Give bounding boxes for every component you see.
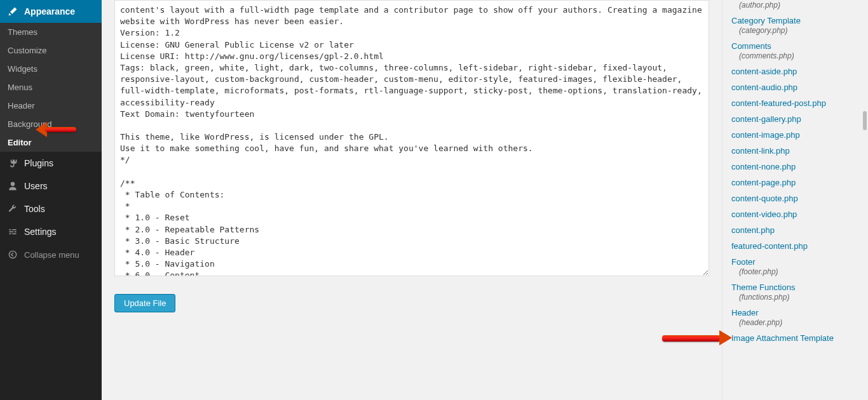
user-icon <box>6 180 19 192</box>
sliders-icon <box>6 225 19 238</box>
scrollbar-thumb[interactable] <box>863 111 867 130</box>
plug-icon <box>6 157 19 170</box>
sidebar-sub-header[interactable]: Header <box>0 97 102 115</box>
template-link[interactable]: Image Attachment Template <box>731 333 859 343</box>
brush-icon <box>6 5 19 18</box>
update-file-button[interactable]: Update File <box>114 294 175 312</box>
sidebar-label: Settings <box>24 227 57 237</box>
collapse-icon <box>6 248 19 261</box>
template-link[interactable]: content-link.php <box>731 146 859 156</box>
sidebar-appearance-label: Appearance <box>24 6 75 17</box>
template-item: (author.php) <box>731 1 859 10</box>
template-link[interactable]: content-gallery.php <box>731 114 859 124</box>
main-content: content's layout with a full-width page … <box>102 0 722 400</box>
sidebar-label: Plugins <box>24 158 53 168</box>
svg-point-0 <box>9 251 16 258</box>
collapse-menu[interactable]: Collapse menu <box>0 243 102 266</box>
sidebar-sub-widgets[interactable]: Widgets <box>0 60 102 78</box>
appearance-submenu: ThemesCustomizeWidgetsMenusHeaderBackgro… <box>0 23 102 152</box>
template-link[interactable]: content-none.php <box>731 162 859 171</box>
sidebar-plugins[interactable]: Plugins <box>0 152 102 175</box>
template-item: Comments(comments.php) <box>731 41 859 60</box>
template-filename: (comments.php) <box>731 51 859 60</box>
template-link[interactable]: content-featured-post.php <box>731 98 859 108</box>
template-link[interactable]: Header <box>731 308 859 317</box>
sidebar-label: Users <box>24 181 48 191</box>
template-filename: (category.php) <box>731 26 859 35</box>
template-link[interactable]: Theme Functions <box>731 283 859 292</box>
sidebar-tools[interactable]: Tools <box>0 197 102 220</box>
template-filename: (functions.php) <box>731 293 859 302</box>
template-link[interactable]: content-video.php <box>731 210 859 219</box>
template-item: Theme Functions(functions.php) <box>731 283 859 302</box>
sidebar-sub-editor[interactable]: Editor <box>0 133 102 152</box>
collapse-label: Collapse menu <box>24 250 79 260</box>
template-link[interactable]: content-page.php <box>731 178 859 187</box>
admin-sidebar: Appearance ThemesCustomizeWidgetsMenusHe… <box>0 0 102 400</box>
sidebar-settings[interactable]: Settings <box>0 220 102 243</box>
sidebar-users[interactable]: Users <box>0 175 102 197</box>
template-filename: (header.php) <box>731 318 859 327</box>
template-link[interactable]: Footer <box>731 257 859 267</box>
sidebar-sub-background[interactable]: Background <box>0 115 102 133</box>
template-link[interactable]: Comments <box>731 41 859 51</box>
template-link[interactable]: content-quote.php <box>731 194 859 203</box>
template-link[interactable]: content-audio.php <box>731 83 859 92</box>
template-item: Header(header.php) <box>731 308 859 327</box>
template-item: Image Attachment Template <box>731 333 859 343</box>
sidebar-label: Tools <box>24 204 45 214</box>
sidebar-sub-menus[interactable]: Menus <box>0 78 102 97</box>
sidebar-appearance[interactable]: Appearance <box>0 0 102 23</box>
template-link[interactable]: Category Template <box>731 16 859 25</box>
template-link[interactable]: featured-content.php <box>731 241 859 251</box>
templates-panel: (author.php)Category Template(category.p… <box>722 0 868 400</box>
template-filename: (author.php) <box>731 1 859 10</box>
template-item: Footer(footer.php) <box>731 257 859 276</box>
template-link[interactable]: content-aside.php <box>731 67 859 76</box>
wrench-icon <box>6 203 19 215</box>
template-item: Category Template(category.php) <box>731 16 859 35</box>
template-link[interactable]: content.php <box>731 225 859 235</box>
code-editor[interactable]: content's layout with a full-width page … <box>114 0 709 276</box>
sidebar-sub-customize[interactable]: Customize <box>0 41 102 60</box>
sidebar-sub-themes[interactable]: Themes <box>0 23 102 41</box>
template-link[interactable]: content-image.php <box>731 130 859 140</box>
template-filename: (footer.php) <box>731 267 859 276</box>
